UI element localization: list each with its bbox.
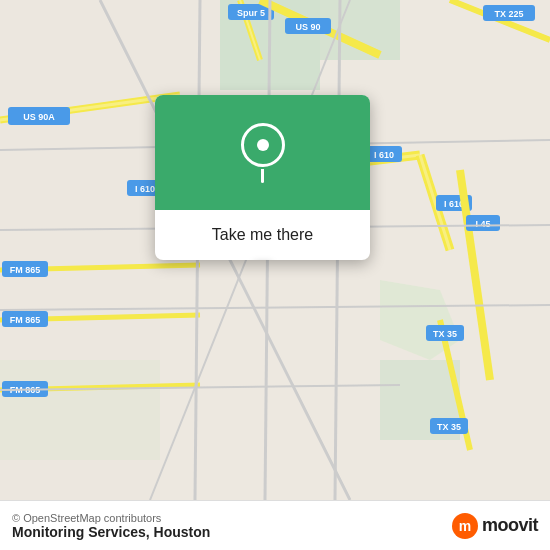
moovit-logo: m moovit bbox=[452, 513, 538, 539]
svg-text:I 610: I 610 bbox=[135, 184, 155, 194]
svg-line-31 bbox=[460, 170, 490, 380]
pin-tail bbox=[261, 169, 264, 183]
moovit-brand-text: moovit bbox=[482, 515, 538, 536]
svg-text:Spur 5: Spur 5 bbox=[237, 8, 265, 18]
svg-text:TX 35: TX 35 bbox=[433, 329, 457, 339]
take-me-there-button[interactable]: Take me there bbox=[204, 222, 321, 248]
pin-dot bbox=[257, 139, 269, 151]
svg-rect-6 bbox=[0, 200, 160, 500]
svg-text:I 45: I 45 bbox=[475, 219, 490, 229]
popup-cta-area: Take me there bbox=[155, 210, 370, 260]
svg-text:FM 865: FM 865 bbox=[10, 315, 41, 325]
location-popup: Take me there bbox=[155, 95, 370, 260]
osm-attribution: © OpenStreetMap contributors bbox=[12, 512, 210, 524]
location-title: Monitoring Services, Houston bbox=[12, 524, 210, 540]
svg-text:I 610: I 610 bbox=[374, 150, 394, 160]
popup-header bbox=[155, 95, 370, 210]
location-pin-icon bbox=[241, 123, 285, 183]
svg-text:TX 35: TX 35 bbox=[437, 422, 461, 432]
bottom-left-info: © OpenStreetMap contributors Monitoring … bbox=[12, 512, 210, 540]
svg-text:FM 865: FM 865 bbox=[10, 265, 41, 275]
svg-text:US 90A: US 90A bbox=[23, 112, 55, 122]
bottom-bar: © OpenStreetMap contributors Monitoring … bbox=[0, 500, 550, 550]
moovit-icon: m bbox=[452, 513, 478, 539]
map-view: US 90A Spur 5 US 90 TX 225 I 610 I 610 I… bbox=[0, 0, 550, 500]
pin-outer-ring bbox=[241, 123, 285, 167]
svg-text:US 90: US 90 bbox=[295, 22, 320, 32]
svg-text:TX 225: TX 225 bbox=[494, 9, 523, 19]
